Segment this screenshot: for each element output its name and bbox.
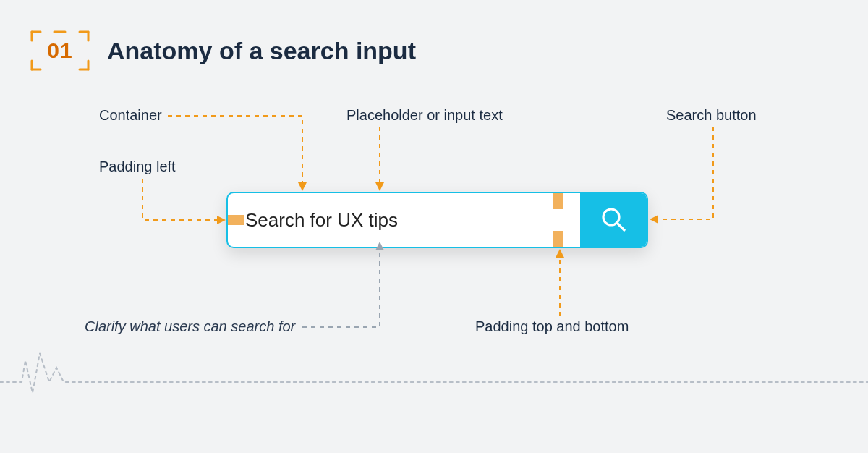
svg-marker-13 — [650, 215, 658, 224]
annotation-padding-left: Padding left — [99, 158, 176, 175]
svg-marker-16 — [556, 249, 564, 258]
search-input-text[interactable]: Search for UX tips — [245, 209, 398, 232]
annotation-container: Container — [99, 107, 162, 124]
padding-bottom-indicator — [553, 231, 563, 247]
section-badge: 01 — [29, 29, 91, 72]
svg-marker-11 — [298, 182, 307, 191]
annotation-padding-tb: Padding top and bottom — [475, 318, 629, 335]
padding-left-indicator — [228, 215, 244, 225]
annotation-clarify: Clarify what users can search for — [85, 318, 295, 335]
annotation-placeholder: Placeholder or input text — [346, 107, 503, 124]
svg-marker-14 — [217, 216, 226, 224]
padding-top-indicator — [553, 193, 563, 209]
magnifier-icon — [599, 205, 628, 236]
svg-marker-12 — [375, 182, 384, 191]
page-title: Anatomy of a search input — [107, 37, 416, 65]
svg-line-10 — [618, 224, 625, 231]
annotation-search-button: Search button — [666, 107, 757, 124]
header: 01 Anatomy of a search input — [29, 29, 416, 72]
svg-point-9 — [603, 209, 619, 225]
search-button[interactable] — [580, 193, 647, 247]
search-container: Search for UX tips — [226, 192, 648, 248]
decorative-wave — [0, 339, 868, 404]
